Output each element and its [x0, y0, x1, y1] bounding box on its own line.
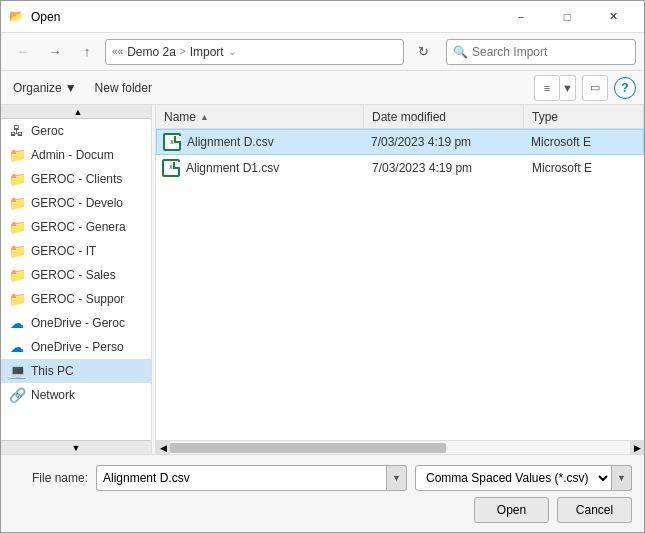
column-header-date[interactable]: Date modified	[364, 105, 524, 128]
cloud-icon: ☁	[9, 339, 25, 355]
sidebar-item-onedrive-geroc[interactable]: ☁ OneDrive - Geroc	[1, 311, 155, 335]
filetype-wrapper: Comma Spaced Values (*.csv) ▼	[415, 465, 632, 491]
action-row: Open Cancel	[13, 497, 632, 523]
folder-icon: 📁	[9, 147, 25, 163]
sidebar-item-thispc[interactable]: 💻 This PC	[1, 359, 155, 383]
filetype-dropdown-icon: ▼	[617, 473, 626, 483]
help-button[interactable]: ?	[614, 77, 636, 99]
sidebar-item-it[interactable]: 📁 GEROC - IT	[1, 239, 155, 263]
horizontal-scrollbar: ◀ ▶	[156, 440, 644, 454]
file-icon-csv: X	[159, 129, 185, 155]
view-list-icon: ≡	[544, 82, 550, 94]
folder-icon: 📁	[9, 291, 25, 307]
breadcrumb-chevron: ««	[112, 46, 123, 57]
maximize-button[interactable]: □	[544, 1, 590, 33]
scroll-right-button[interactable]: ▶	[630, 441, 644, 455]
file-list-container: Name ▲ Date modified Type X	[156, 105, 644, 454]
table-row[interactable]: X Alignment D1.csv 7/03/2023 4:19 pm Mic…	[156, 155, 644, 181]
sidebar-item-label: Admin - Docum	[31, 148, 114, 162]
sidebar-item-genera[interactable]: 📁 GEROC - Genera	[1, 215, 155, 239]
sidebar-scroll-up[interactable]: ▲	[1, 105, 155, 119]
column-header-type[interactable]: Type	[524, 105, 644, 128]
sort-arrow-icon: ▲	[200, 112, 209, 122]
open-button[interactable]: Open	[474, 497, 549, 523]
sidebar-item-sales[interactable]: 📁 GEROC - Sales	[1, 263, 155, 287]
sidebar-item-label: GEROC - Sales	[31, 268, 116, 282]
sidebar-item-admin[interactable]: 📁 Admin - Docum	[1, 143, 155, 167]
breadcrumb-part-2: Import	[190, 45, 224, 59]
help-icon: ?	[621, 81, 628, 95]
column-header-name[interactable]: Name ▲	[156, 105, 364, 128]
breadcrumb-part-1: Demo 2a	[127, 45, 176, 59]
folder-icon: 📁	[9, 219, 25, 235]
title-bar: 📂 Open − □ ✕	[1, 1, 644, 33]
window-title: Open	[31, 10, 498, 24]
forward-button[interactable]: →	[41, 38, 69, 66]
file-name: Alignment D.csv	[185, 135, 363, 149]
bottom-area: File name: ▼ Comma Spaced Values (*.csv)…	[1, 454, 644, 532]
filetype-dropdown-button[interactable]: ▼	[612, 465, 632, 491]
sidebar-item-geroc[interactable]: 🖧 Geroc	[1, 119, 155, 143]
pane-button[interactable]: ▭	[582, 75, 608, 101]
scroll-thumb	[170, 443, 446, 453]
sidebar-scroll-down-icon: ▼	[72, 443, 81, 453]
view-button-group: ≡ ▼	[534, 75, 576, 101]
search-input[interactable]	[472, 45, 629, 59]
folder-icon: 📁	[9, 171, 25, 187]
pane-icon: ▭	[590, 81, 600, 94]
file-type: Microsoft E	[524, 161, 644, 175]
filename-label: File name:	[13, 471, 88, 485]
open-dialog: 📂 Open − □ ✕ ← → ↑ «« Demo 2a > Import ⌄…	[0, 0, 645, 533]
up-button[interactable]: ↑	[73, 38, 101, 66]
filename-input[interactable]	[96, 465, 387, 491]
sidebar-item-label: GEROC - Clients	[31, 172, 122, 186]
window-controls: − □ ✕	[498, 1, 636, 33]
organize-toolbar: Organize ▼ New folder ≡ ▼ ▭ ?	[1, 71, 644, 105]
back-button[interactable]: ←	[9, 38, 37, 66]
sidebar-item-label: GEROC - Develo	[31, 196, 123, 210]
search-box[interactable]: 🔍	[446, 39, 636, 65]
new-folder-button[interactable]: New folder	[89, 76, 158, 100]
filename-dropdown-button[interactable]: ▼	[387, 465, 407, 491]
filename-input-wrapper: ▼	[96, 465, 407, 491]
view-dropdown-button[interactable]: ▼	[560, 75, 576, 101]
sidebar-item-label: Network	[31, 388, 75, 402]
sidebar-item-network[interactable]: 🔗 Network	[1, 383, 155, 407]
file-name: Alignment D1.csv	[184, 161, 364, 175]
table-row[interactable]: X Alignment D.csv 7/03/2023 4:19 pm Micr…	[156, 129, 644, 155]
view-buttons: ≡ ▼ ▭ ?	[534, 75, 636, 101]
close-button[interactable]: ✕	[590, 1, 636, 33]
view-list-button[interactable]: ≡	[534, 75, 560, 101]
sidebar-item-develo[interactable]: 📁 GEROC - Develo	[1, 191, 155, 215]
scroll-track[interactable]	[170, 441, 630, 454]
search-icon: 🔍	[453, 45, 468, 59]
breadcrumb-separator: >	[180, 46, 186, 57]
refresh-button[interactable]: ↻	[410, 39, 436, 65]
address-bar[interactable]: «« Demo 2a > Import ⌄	[105, 39, 404, 65]
pc-icon: 💻	[9, 363, 25, 379]
sidebar-scroll-up-icon: ▲	[74, 107, 83, 117]
file-list-header: Name ▲ Date modified Type	[156, 105, 644, 129]
sidebar-item-label: OneDrive - Perso	[31, 340, 124, 354]
breadcrumb-dropdown[interactable]: ⌄	[228, 46, 397, 57]
sidebar-item-onedrive-perso[interactable]: ☁ OneDrive - Perso	[1, 335, 155, 359]
folder-icon: 📁	[9, 243, 25, 259]
sidebar-item-suppor[interactable]: 📁 GEROC - Suppor	[1, 287, 155, 311]
organize-button[interactable]: Organize ▼	[9, 76, 81, 100]
file-type: Microsoft E	[523, 135, 643, 149]
sidebar-item-clients[interactable]: 📁 GEROC - Clients	[1, 167, 155, 191]
network-icon: 🖧	[9, 123, 25, 139]
sidebar-scroll-down[interactable]: ▼	[1, 440, 151, 454]
cancel-button[interactable]: Cancel	[557, 497, 632, 523]
file-list: X Alignment D.csv 7/03/2023 4:19 pm Micr…	[156, 129, 644, 440]
sidebar-item-label: GEROC - Genera	[31, 220, 126, 234]
folder-icon: 📁	[9, 195, 25, 211]
file-icon-csv: X	[158, 155, 184, 181]
minimize-button[interactable]: −	[498, 1, 544, 33]
filetype-select[interactable]: Comma Spaced Values (*.csv)	[415, 465, 612, 491]
file-date: 7/03/2023 4:19 pm	[364, 161, 524, 175]
network2-icon: 🔗	[9, 387, 25, 403]
window-icon: 📂	[9, 9, 25, 25]
sidebar-item-label: GEROC - Suppor	[31, 292, 124, 306]
scroll-left-button[interactable]: ◀	[156, 441, 170, 455]
